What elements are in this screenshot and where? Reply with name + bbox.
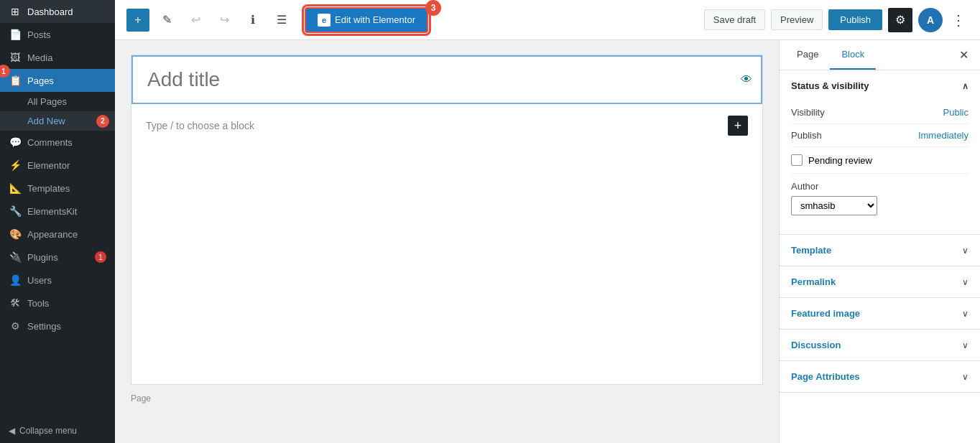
elementor-badge-3: 3 xyxy=(425,0,441,16)
edit-with-elementor-button[interactable]: e Edit with Elementor xyxy=(305,7,428,33)
pending-review-checkbox[interactable] xyxy=(791,154,803,166)
info-icon: ℹ xyxy=(251,13,255,27)
sidebar-item-tools[interactable]: 🛠 Tools xyxy=(0,292,115,314)
permalink-section[interactable]: Permalink ∨ xyxy=(780,266,980,298)
settings-gear-button[interactable]: ⚙ xyxy=(888,8,912,32)
preview-button[interactable]: Preview xyxy=(771,9,823,30)
sidebar-item-dashboard[interactable]: ⊞ Dashboard xyxy=(0,0,115,23)
publish-status-value[interactable]: Immediately xyxy=(918,130,969,141)
close-icon: ✕ xyxy=(959,49,969,61)
collapse-menu-button[interactable]: ◀ Collapse menu xyxy=(0,419,115,443)
sidebar-item-label: Media xyxy=(27,52,52,63)
permalink-chevron-icon: ∨ xyxy=(962,277,969,287)
sidebar-item-media[interactable]: 🖼 Media xyxy=(0,46,115,69)
visibility-value[interactable]: Public xyxy=(943,107,969,118)
redo-button[interactable]: ↪ xyxy=(213,9,236,32)
more-icon: ⋮ xyxy=(951,12,966,28)
sidebar-item-elementor[interactable]: ⚡ Elementor xyxy=(0,154,115,177)
visibility-row: Visibility Public xyxy=(791,101,969,124)
status-visibility-section: Status & visibility ∧ Visibility Public … xyxy=(780,70,980,235)
author-label: Author xyxy=(791,181,969,192)
sidebar-item-users[interactable]: 👤 Users xyxy=(0,269,115,292)
undo-button[interactable]: ↩ xyxy=(184,9,207,32)
elementor-icon: ⚡ xyxy=(9,159,22,171)
panel-close-button[interactable]: ✕ xyxy=(953,42,974,67)
add-icon: + xyxy=(134,14,141,27)
permalink-label: Permalink xyxy=(791,276,836,287)
list-view-button[interactable]: ☰ xyxy=(270,9,293,32)
templates-icon: 📐 xyxy=(9,182,22,194)
featured-image-section[interactable]: Featured image ∨ xyxy=(780,298,980,330)
title-input[interactable] xyxy=(147,68,746,91)
publish-button[interactable]: Publish xyxy=(828,9,882,30)
sidebar-item-pages[interactable]: 1 📋 Pages xyxy=(0,69,115,92)
sidebar-item-label: Comments xyxy=(27,137,73,148)
sidebar-item-label: Pages xyxy=(27,75,54,86)
page-tab-label: Page xyxy=(797,49,818,60)
more-options-button[interactable]: ⋮ xyxy=(948,9,969,32)
block-tab-label: Block xyxy=(841,49,864,60)
block-area[interactable]: Type / to choose a block + xyxy=(131,104,762,147)
add-block-toolbar-button[interactable]: + xyxy=(126,9,149,32)
sidebar-item-label: Settings xyxy=(27,321,61,332)
title-area[interactable]: 👁 xyxy=(131,55,762,104)
tab-block[interactable]: Block xyxy=(830,40,876,70)
page-attributes-section[interactable]: Page Attributes ∨ xyxy=(780,361,980,393)
media-icon: 🖼 xyxy=(9,52,22,63)
discussion-section[interactable]: Discussion ∨ xyxy=(780,330,980,361)
sidebar-item-label: Posts xyxy=(27,29,51,40)
author-section: Author smhasib xyxy=(791,174,969,223)
author-select[interactable]: smhasib xyxy=(791,196,877,215)
sidebar-item-label: Plugins xyxy=(27,252,58,263)
status-visibility-header[interactable]: Status & visibility ∧ xyxy=(780,70,980,101)
sidebar-item-comments[interactable]: 💬 Comments xyxy=(0,131,115,154)
tab-page[interactable]: Page xyxy=(785,40,830,70)
publish-status-label: Publish xyxy=(791,130,822,141)
collapse-arrow-icon: ◀ xyxy=(9,426,15,436)
sidebar-item-posts[interactable]: 📄 Posts xyxy=(0,23,115,46)
add-new-badge-2: 2 xyxy=(96,115,109,128)
info-button[interactable]: ℹ xyxy=(241,9,264,32)
users-icon: 👤 xyxy=(9,274,22,286)
sidebar-item-plugins[interactable]: 🔌 Plugins 1 xyxy=(0,246,115,269)
posts-icon: 📄 xyxy=(9,29,22,40)
publish-row: Publish Immediately xyxy=(791,124,969,147)
sidebar-item-label: Users xyxy=(27,275,52,286)
status-chevron-up-icon: ∧ xyxy=(962,81,969,91)
sidebar-item-elementskit[interactable]: 🔧 ElementsKit xyxy=(0,200,115,223)
page-attributes-label: Page Attributes xyxy=(791,371,860,382)
sidebar-item-settings[interactable]: ⚙ Settings xyxy=(0,314,115,337)
visibility-label: Visibility xyxy=(791,107,825,118)
template-section[interactable]: Template ∨ xyxy=(780,235,980,266)
user-avatar-button[interactable]: A xyxy=(918,8,943,32)
elementskit-icon: 🔧 xyxy=(9,205,22,217)
content-wrapper: 👁 Type / to choose a block + Page xyxy=(115,40,980,443)
appearance-icon: 🎨 xyxy=(9,228,22,240)
undo-icon: ↩ xyxy=(191,13,200,27)
save-draft-label: Save draft xyxy=(713,14,756,25)
sidebar-item-label: Elementor xyxy=(27,160,70,171)
sidebar: ⊞ Dashboard 📄 Posts 🖼 Media 1 📋 Pages Al… xyxy=(0,0,115,443)
publish-label: Publish xyxy=(840,14,871,25)
sidebar-item-templates[interactable]: 📐 Templates xyxy=(0,177,115,200)
save-draft-button[interactable]: Save draft xyxy=(704,9,765,30)
comments-icon: 💬 xyxy=(9,136,22,148)
main-area: + ✎ ↩ ↪ ℹ ☰ e Edit with Elementor 3 Save… xyxy=(115,0,980,443)
toolbar: + ✎ ↩ ↪ ℹ ☰ e Edit with Elementor 3 Save… xyxy=(115,0,980,40)
pending-review-row: Pending review xyxy=(791,147,969,174)
collapse-menu-label: Collapse menu xyxy=(19,426,77,436)
sidebar-item-appearance[interactable]: 🎨 Appearance xyxy=(0,223,115,246)
template-label: Template xyxy=(791,245,831,256)
status-visibility-title: Status & visibility xyxy=(791,80,869,91)
sidebar-item-add-new[interactable]: Add New 2 xyxy=(0,111,115,131)
add-new-label: Add New xyxy=(27,116,65,126)
pending-review-label: Pending review xyxy=(808,155,872,166)
add-block-button[interactable]: + xyxy=(728,116,748,136)
featured-image-label: Featured image xyxy=(791,308,860,319)
panel-tabs: Page Block ✕ xyxy=(780,40,980,70)
sidebar-item-all-pages[interactable]: All Pages xyxy=(0,92,115,111)
eye-icon[interactable]: 👁 xyxy=(741,73,752,86)
editor-area: 👁 Type / to choose a block + Page xyxy=(115,40,779,443)
edit-toolbar-button[interactable]: ✎ xyxy=(155,9,178,32)
tools-icon: 🛠 xyxy=(9,297,22,309)
